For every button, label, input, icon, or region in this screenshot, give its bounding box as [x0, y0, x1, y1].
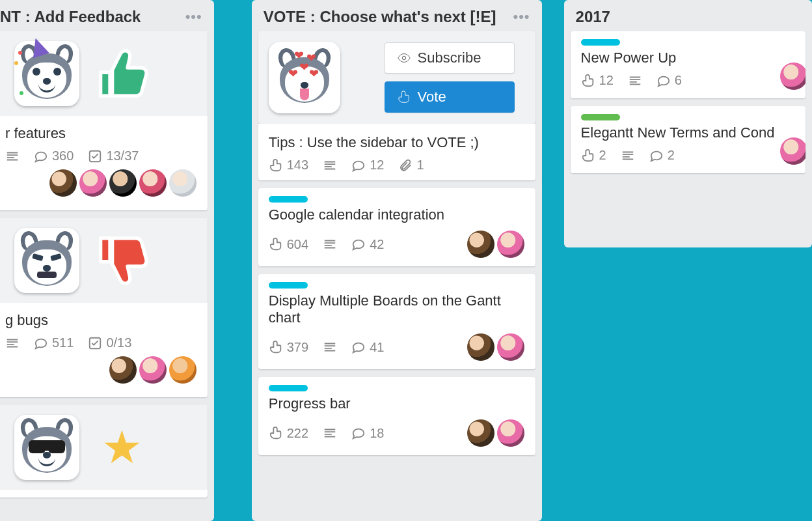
card-features[interactable]: r features 360 13/37	[0, 31, 208, 210]
card-multi-boards[interactable]: Display Multiple Boards on the Gantt cha…	[258, 274, 535, 369]
board: NT : Add Feedback •••	[0, 0, 812, 521]
checklist-icon: 13/37	[88, 148, 139, 163]
comments-icon: 42	[351, 237, 384, 252]
card-badges: 379 41	[269, 340, 385, 355]
avatar[interactable]	[779, 137, 805, 165]
card-title: Elegantt New Terms and Cond	[581, 124, 795, 141]
comments-icon: 2	[649, 148, 675, 163]
card-badges: 222 18	[269, 426, 385, 441]
label-blue[interactable]	[269, 385, 308, 391]
label-blue[interactable]	[581, 39, 620, 46]
vote-icon: 2	[581, 148, 606, 163]
sticker-husky-angry	[14, 228, 79, 293]
card-cool[interactable]: ★	[0, 405, 208, 498]
card-terms[interactable]: Elegantt New Terms and Cond 2 2	[571, 106, 805, 173]
vote-icon: 379	[269, 340, 308, 355]
comments-icon: 511	[34, 335, 74, 350]
list-menu-vote-icon[interactable]: •••	[513, 8, 530, 25]
attachment-icon: 1	[398, 158, 424, 173]
vote-icon: 604	[269, 237, 308, 252]
sticker-thumbs-up	[92, 44, 151, 103]
description-icon	[5, 149, 20, 163]
description-icon	[628, 74, 642, 88]
card-badges: 360 13/37	[0, 148, 197, 163]
comments-icon: 6	[656, 73, 682, 88]
checklist-icon: 0/13	[88, 335, 131, 350]
list-vote: VOTE : Choose what's next [!E] ••• ❤❤❤	[252, 0, 542, 521]
card-title: Progress bar	[269, 395, 525, 412]
description-icon	[323, 426, 337, 440]
avatar[interactable]	[467, 230, 495, 259]
description-icon	[5, 336, 20, 350]
avatar[interactable]	[139, 169, 167, 197]
card-title: g bugs	[5, 312, 197, 329]
label-blue[interactable]	[269, 282, 308, 289]
comments-icon: 18	[351, 426, 384, 441]
sticker-star: ★	[92, 418, 151, 477]
avatar[interactable]	[496, 419, 525, 447]
avatar[interactable]	[496, 333, 525, 361]
vote-button[interactable]: Vote	[385, 81, 515, 113]
list-title-vote[interactable]: VOTE : Choose what's next [!E]	[264, 8, 496, 26]
avatar[interactable]	[79, 169, 107, 197]
list-2017: 2017 New Power Up 12 6 Elegantt New Term…	[564, 0, 812, 247]
vote-icon: 222	[269, 426, 308, 441]
list-title-2017[interactable]: 2017	[576, 8, 610, 26]
sticker-thumbs-down	[92, 231, 151, 290]
avatar[interactable]	[169, 169, 197, 197]
list-menu-feedback-icon[interactable]: •••	[185, 8, 202, 25]
card-title: Display Multiple Boards on the Gantt cha…	[269, 292, 525, 326]
card-members	[5, 169, 197, 197]
card-title: r features	[5, 125, 197, 142]
card-members	[467, 419, 525, 447]
label-green[interactable]	[581, 114, 620, 120]
avatar[interactable]	[109, 356, 137, 384]
card-badges: 511 0/13	[0, 335, 197, 350]
avatar[interactable]	[779, 62, 805, 91]
card-badges: 604 42	[269, 237, 385, 252]
comments-icon: 41	[351, 340, 384, 355]
card-title: Google calendar integration	[269, 206, 525, 223]
sticker-husky-party	[14, 41, 79, 106]
svg-point-2	[402, 56, 406, 60]
avatar[interactable]	[109, 169, 137, 197]
card-vote-header[interactable]: ❤❤❤ Subscribe Vote	[258, 31, 535, 124]
card-badges: 143 12 1	[269, 158, 525, 173]
vote-icon: 143	[269, 158, 308, 173]
avatar[interactable]	[49, 169, 77, 197]
label-blue[interactable]	[269, 196, 308, 203]
list-feedback: NT : Add Feedback •••	[0, 0, 214, 521]
description-icon	[323, 158, 337, 173]
card-bugs[interactable]: g bugs 511 0/13	[0, 218, 208, 397]
avatar[interactable]	[169, 356, 197, 384]
vote-icon: 12	[581, 73, 614, 88]
card-members	[467, 230, 525, 259]
card-gcal[interactable]: Google calendar integration 604 42	[258, 188, 535, 266]
card-tips[interactable]: Tips : Use the sidebar to VOTE ;) 143 12…	[258, 124, 535, 180]
avatar[interactable]	[139, 356, 167, 384]
card-cover	[0, 218, 208, 303]
list-title-feedback[interactable]: NT : Add Feedback	[0, 8, 141, 26]
subscribe-button[interactable]: Subscribe	[385, 42, 515, 74]
avatar[interactable]	[496, 230, 525, 259]
card-power-up[interactable]: New Power Up 12 6	[571, 31, 805, 98]
description-icon	[323, 340, 337, 354]
description-icon	[323, 237, 337, 251]
comments-icon: 12	[351, 158, 384, 173]
card-title: Tips : Use the sidebar to VOTE ;)	[269, 134, 525, 151]
card-progress-bar[interactable]: Progress bar 222 18	[258, 377, 535, 455]
card-cover: ★	[0, 405, 208, 490]
description-icon	[621, 148, 635, 163]
card-members	[5, 356, 197, 384]
avatar[interactable]	[467, 333, 495, 361]
card-members	[467, 333, 525, 361]
card-cover	[0, 31, 208, 116]
comments-icon: 360	[34, 148, 74, 163]
sticker-husky-love: ❤❤❤	[269, 42, 340, 113]
sticker-husky-cool	[14, 415, 79, 480]
avatar[interactable]	[467, 419, 495, 447]
